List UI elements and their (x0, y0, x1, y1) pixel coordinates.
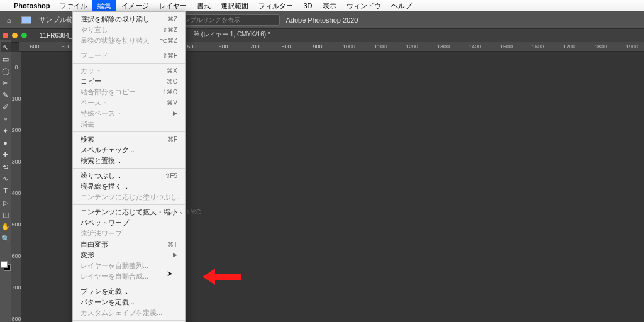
menu-item: フェード...⇧⌘F (73, 50, 185, 61)
tool-2[interactable]: ◯ (1, 66, 11, 76)
traffic-lights (3, 33, 27, 38)
color-swatches[interactable] (1, 261, 11, 271)
tools-panel: ↖▭◯✂✎✐⌖✦●✚⟲∿T▷◫✋🔍⋯ (0, 40, 11, 322)
menu-item[interactable]: コンテンツに応じて拡大・縮小⌥⇧⌘C (73, 207, 185, 218)
edit-menu: 選択を解除の取り消し⌘Zやり直し⇧⌘Z最後の状態を切り替え⌥⌘Zフェード...⇧… (72, 11, 186, 322)
ruler-tick: 0 (11, 52, 21, 83)
menu-item[interactable]: パペットワープ (73, 218, 185, 228)
maximize-icon[interactable] (21, 33, 27, 38)
ruler-tick: 1500 (491, 42, 522, 51)
tool-0[interactable]: ↖ (1, 42, 11, 52)
tool-16[interactable]: 🔍 (1, 233, 11, 243)
close-icon[interactable] (3, 33, 8, 38)
tool-13[interactable]: ▷ (1, 197, 11, 208)
menu-item-ヘルプ[interactable]: ヘルプ (386, 0, 417, 11)
ruler-tick: 1600 (522, 42, 553, 51)
ruler-tick: 100 (11, 83, 21, 114)
tool-15[interactable]: ✋ (1, 221, 11, 231)
tool-12[interactable]: T (1, 186, 11, 196)
app-name[interactable]: Photoshop (9, 0, 55, 11)
menu-item: やり直し⇧⌘Z (73, 25, 185, 35)
document-info: % (レイヤー 1, CMYK/16) * (194, 30, 270, 39)
home-icon[interactable]: ⌂ (4, 15, 14, 25)
menu-item[interactable]: 選択を解除の取り消し⌘Z (73, 14, 185, 25)
ruler-tick: 1200 (396, 42, 428, 51)
menu-item-フィルター[interactable]: フィルター (253, 0, 298, 11)
ruler-tick: 700 (11, 272, 21, 303)
menu-item-選択範囲[interactable]: 選択範囲 (216, 0, 253, 11)
menu-item[interactable]: 検索⌘F (73, 134, 185, 145)
menu-item: 特殊ペースト▶ (73, 108, 185, 119)
tool-4[interactable]: ✎ (1, 90, 11, 100)
tool-9[interactable]: ✚ (1, 150, 11, 160)
menu-item[interactable]: 自由変形⌘T (73, 239, 185, 250)
menu-item: 最後の状態を切り替え⌥⌘Z (73, 35, 185, 46)
ruler-tick: 1400 (459, 42, 491, 51)
ruler-tick: 500 (11, 209, 21, 240)
tool-3[interactable]: ✂ (1, 78, 11, 88)
annotation-arrow (203, 269, 241, 285)
ruler-tick: 600 (19, 42, 50, 51)
ruler-tick: 800 (270, 42, 302, 51)
menu-item: ペースト⌘V (73, 97, 185, 108)
menu-item: カスタムシェイプを定義... (73, 308, 185, 318)
menu-item[interactable]: 塗りつぶし...⇧F5 (73, 170, 185, 181)
tool-1[interactable]: ▭ (1, 54, 11, 64)
ruler-vertical[interactable]: 0100200300400500600700800900 (11, 52, 21, 322)
menu-item-3D[interactable]: 3D (298, 0, 317, 11)
ruler-tick: 400 (11, 177, 21, 209)
ruler-tick: 800 (11, 303, 21, 322)
ruler-tick: 600 (11, 240, 21, 272)
menu-item[interactable]: 境界線を描く... (73, 181, 185, 192)
tool-8[interactable]: ● (1, 138, 11, 148)
ruler-tick: 700 (239, 42, 270, 51)
menu-item[interactable]: 検索と置換... (73, 155, 185, 166)
app-title: Adobe Photoshop 2020 (286, 16, 358, 24)
tool-5[interactable]: ✐ (1, 102, 11, 112)
menu-item-書式[interactable]: 書式 (192, 0, 216, 11)
tool-17[interactable]: ⋯ (1, 245, 11, 255)
ruler-tick: 1100 (365, 42, 396, 51)
ruler-tick: 600 (208, 42, 239, 51)
search-field[interactable]: サンプルリングを表示 (173, 14, 280, 26)
ruler-tick: 300 (11, 146, 21, 177)
ruler-tick: 1000 (333, 42, 365, 51)
sample-swatch[interactable] (21, 16, 31, 24)
menu-item-レイヤー[interactable]: レイヤー (154, 0, 192, 11)
minimize-icon[interactable] (12, 33, 18, 38)
tool-10[interactable]: ⟲ (1, 162, 11, 172)
menu-item: 遠近法ワープ (73, 228, 185, 239)
tool-7[interactable]: ✦ (1, 126, 11, 136)
menu-item-イメージ[interactable]: イメージ (116, 0, 154, 11)
tool-6[interactable]: ⌖ (1, 114, 11, 124)
menu-item: 消去 (73, 119, 185, 130)
menu-item-ウィンドウ[interactable]: ウィンドウ (341, 0, 386, 11)
menu-item: レイヤーを自動整列... (73, 260, 185, 271)
menu-item-ファイル[interactable]: ファイル (55, 0, 92, 11)
ruler-tick: 1800 (585, 42, 616, 51)
menu-item: レイヤーを自動合成... (73, 271, 185, 282)
menu-item[interactable]: スペルチェック... (73, 145, 185, 155)
menu-item[interactable]: コピー⌘C (73, 76, 185, 87)
ruler-tick: 1300 (428, 42, 459, 51)
ruler-tick: 1900 (616, 42, 644, 51)
menu-item[interactable]: パターンを定義... (73, 297, 185, 308)
menu-item[interactable]: ブラシを定義... (73, 286, 185, 297)
mac-menubar: Photoshop ファイル編集イメージレイヤー書式選択範囲フィルター3D表示ウ… (0, 0, 644, 11)
menu-item: カット⌘X (73, 65, 185, 76)
ruler-tick: 200 (11, 114, 21, 146)
menu-item: コンテンツに応じた塗りつぶし... (73, 192, 185, 203)
ruler-tick: 1700 (553, 42, 585, 51)
tool-14[interactable]: ◫ (1, 209, 11, 219)
menu-item-編集[interactable]: 編集 (92, 0, 116, 11)
ruler-tick: 900 (302, 42, 333, 51)
menu-item-表示[interactable]: 表示 (318, 0, 341, 11)
menu-item: 結合部分をコピー⇧⌘C (73, 87, 185, 97)
menu-item[interactable]: 変形▶ (73, 250, 185, 260)
tool-11[interactable]: ∿ (1, 174, 11, 184)
